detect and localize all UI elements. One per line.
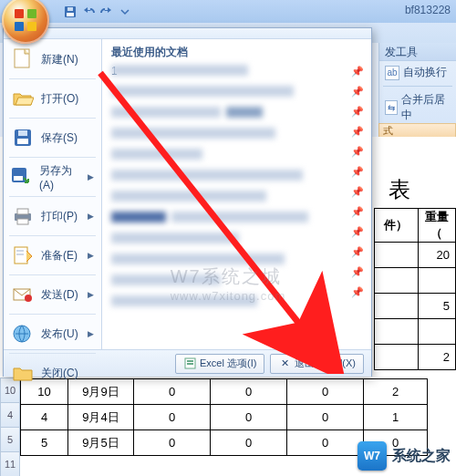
- cell[interactable]: 0: [287, 430, 364, 456]
- open-icon: [11, 87, 35, 110]
- menu-close[interactable]: 关闭(C): [4, 355, 101, 391]
- svg-rect-13: [16, 250, 24, 252]
- menu-open-label: 打开(O): [41, 91, 78, 107]
- pin-icon[interactable]: 📌: [351, 285, 364, 298]
- pin-icon[interactable]: 📌: [351, 165, 364, 178]
- footer-logo: W7 系统之家: [358, 441, 451, 471]
- pin-icon[interactable]: 📌: [351, 125, 364, 138]
- menu-saveas[interactable]: 另存为(A) ▶: [4, 159, 101, 195]
- close-folder-icon: [11, 361, 35, 385]
- svg-rect-6: [18, 130, 27, 136]
- pin-column: 📌📌📌📌📌📌📌📌📌📌📌📌: [351, 65, 364, 298]
- menu-save[interactable]: 保存(S): [4, 119, 101, 156]
- svg-rect-1: [67, 13, 74, 16]
- cell[interactable]: 0: [211, 405, 287, 430]
- title-bar: bf813228: [0, 0, 456, 23]
- cell[interactable]: 1: [364, 405, 428, 430]
- redo-icon[interactable]: [98, 4, 115, 20]
- pin-icon[interactable]: 📌: [351, 205, 364, 218]
- exit-excel-button[interactable]: ✕ 退出 Excel(X): [270, 354, 364, 374]
- menu-publish[interactable]: 发布(U) ▶: [4, 316, 101, 352]
- wrap-text-button[interactable]: ab 自动换行: [379, 61, 456, 84]
- office-menu-top: [4, 28, 371, 39]
- close-icon: ✕: [278, 357, 291, 370]
- svg-rect-14: [16, 254, 24, 255]
- menu-close-label: 关闭(C): [41, 366, 78, 381]
- cell[interactable]: 0: [134, 379, 211, 405]
- cell[interactable]: 0: [211, 430, 287, 456]
- pin-icon[interactable]: 📌: [351, 105, 364, 118]
- menu-new[interactable]: 新建(N): [4, 41, 101, 78]
- save-icon[interactable]: [62, 4, 78, 20]
- sheet-title-fragment: 表: [389, 175, 410, 204]
- cell[interactable]: 9月4日: [68, 405, 134, 430]
- menu-send-label: 发送(D): [41, 287, 78, 303]
- merge-center-button[interactable]: ⇆ 合并后居中: [379, 88, 456, 127]
- print-icon: [11, 204, 35, 228]
- svg-rect-19: [187, 363, 193, 365]
- row-header[interactable]: 5: [0, 427, 20, 452]
- cell[interactable]: 0: [134, 430, 211, 456]
- ribbon-tab-dev[interactable]: 发工具: [379, 43, 456, 61]
- svg-point-16: [25, 295, 32, 302]
- cell[interactable]: 4: [21, 405, 68, 430]
- excel-options-button[interactable]: Excel 选项(I): [175, 354, 264, 374]
- row-header[interactable]: 11: [0, 451, 20, 476]
- svg-rect-11: [17, 219, 28, 224]
- header-count: 件）: [375, 209, 419, 243]
- menu-prepare[interactable]: 准备(E) ▶: [4, 237, 101, 274]
- cell[interactable]: 0: [211, 379, 287, 405]
- format-band[interactable]: 式: [378, 123, 456, 138]
- menu-saveas-label: 另存为(A): [39, 163, 81, 191]
- undo-icon[interactable]: [80, 4, 97, 20]
- cell[interactable]: 5: [418, 294, 455, 319]
- publish-icon: [11, 322, 35, 346]
- cell[interactable]: 0: [287, 379, 364, 405]
- new-icon: [11, 47, 35, 71]
- office-menu-right: 最近使用的文档 1 📌📌📌📌📌📌📌📌📌📌📌📌: [102, 39, 371, 349]
- menu-send[interactable]: 发送(D) ▶: [4, 276, 101, 313]
- cell[interactable]: 9月5日: [68, 430, 134, 456]
- pin-icon[interactable]: 📌: [351, 65, 364, 78]
- cell[interactable]: 5: [21, 430, 68, 456]
- cell[interactable]: 20: [418, 243, 455, 268]
- pin-icon[interactable]: 📌: [351, 85, 364, 98]
- send-icon: [11, 283, 35, 306]
- saveas-icon: [11, 165, 33, 189]
- pin-icon[interactable]: 📌: [351, 265, 364, 278]
- wrap-text-label: 自动换行: [403, 65, 447, 80]
- header-weight: 重量（: [418, 209, 455, 243]
- merge-center-label: 合并后居中: [401, 92, 451, 123]
- svg-rect-8: [14, 176, 23, 181]
- menu-save-label: 保存(S): [41, 130, 78, 146]
- cell[interactable]: 2: [364, 379, 428, 405]
- recent-docs-blurred: [111, 65, 344, 346]
- recent-docs-header: 最近使用的文档: [111, 45, 364, 63]
- svg-rect-5: [17, 139, 28, 144]
- ribbon-separator: [383, 86, 452, 87]
- pin-icon[interactable]: 📌: [351, 245, 364, 258]
- chevron-right-icon: ▶: [88, 329, 94, 338]
- svg-rect-10: [17, 209, 28, 214]
- svg-rect-2: [67, 7, 73, 11]
- footer-text: 系统之家: [392, 447, 451, 466]
- merge-center-icon: ⇆: [385, 100, 398, 115]
- menu-open[interactable]: 打开(O): [4, 80, 101, 117]
- office-logo-icon: [15, 9, 36, 31]
- qat-dropdown-icon[interactable]: [117, 4, 133, 20]
- cell[interactable]: 0: [134, 405, 211, 430]
- excel-options-label: Excel 选项(I): [200, 357, 256, 370]
- chevron-right-icon: ▶: [88, 290, 94, 299]
- pin-icon[interactable]: 📌: [351, 145, 364, 158]
- wrap-text-icon: ab: [385, 66, 399, 80]
- pin-icon[interactable]: 📌: [351, 225, 364, 238]
- menu-print[interactable]: 打印(P) ▶: [4, 198, 101, 234]
- pin-icon[interactable]: 📌: [351, 185, 364, 198]
- office-menu-left: 新建(N) 打开(O) 保存(S) 另存为(A) ▶ 打印(P): [4, 39, 102, 349]
- cell[interactable]: 0: [287, 405, 364, 430]
- row-header[interactable]: 4: [0, 402, 20, 428]
- options-icon: [183, 357, 196, 370]
- table-row[interactable]: 4 9月4日 0 0 0 1: [21, 405, 428, 430]
- menu-prepare-label: 准备(E): [41, 248, 78, 264]
- cell[interactable]: 2: [418, 345, 455, 370]
